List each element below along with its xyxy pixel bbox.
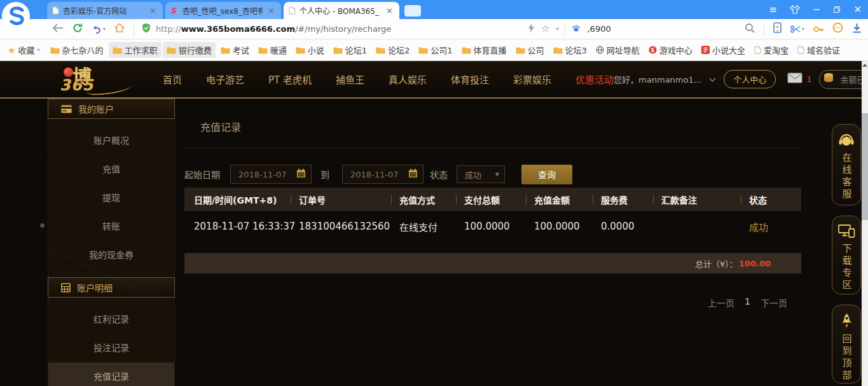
table-row: 2018-11-07 16:33:37183100466132560在线支付10…: [184, 211, 801, 242]
sidebar-item[interactable]: 投注记录: [48, 334, 174, 362]
scroll-up-icon[interactable]: [862, 64, 867, 67]
nav-item[interactable]: 电子游艺: [206, 72, 244, 86]
calendar-icon[interactable]: [296, 169, 306, 181]
back-to-top-button[interactable]: 回到顶部: [832, 305, 861, 383]
current-page-number[interactable]: 1: [745, 296, 750, 309]
online-service-button[interactable]: 在线客服: [832, 124, 861, 205]
security-shield-icon[interactable]: [142, 23, 151, 36]
screenshot-scissors-icon[interactable]: ▾: [790, 25, 804, 34]
search-icon[interactable]: [745, 23, 755, 36]
site-logo[interactable]: 博 365: [48, 62, 144, 97]
filter-row: 起始日期 2018-11-07 到 2018-11-07 状态 成功 ▼ 查询: [184, 164, 801, 184]
nav-item[interactable]: 真人娱乐: [389, 72, 427, 86]
home-icon[interactable]: [114, 23, 125, 35]
bookmark-item[interactable]: 网址导航: [592, 42, 644, 58]
tab-close-icon[interactable]: ×: [385, 6, 394, 15]
floater-label: 回到顶部: [840, 334, 853, 382]
bookmark-item[interactable]: 域名验证: [794, 42, 844, 58]
bookmark-item[interactable]: 杂七杂八的: [46, 42, 107, 58]
sidebar-section-title: 账户明细: [77, 281, 113, 294]
profile-center-button[interactable]: 个人中心: [724, 70, 776, 88]
prev-page-link[interactable]: 上一页: [708, 296, 734, 309]
status-select[interactable]: 成功 ▼: [457, 165, 505, 183]
sidebar-item[interactable]: 转账: [48, 212, 174, 241]
bookmark-item[interactable]: 论坛1: [329, 42, 371, 58]
bookmark-label: 考试: [233, 44, 249, 56]
nav-item[interactable]: 彩票娱乐: [513, 72, 551, 86]
new-tab-button[interactable]: [404, 5, 421, 17]
favorite-dropdown-icon[interactable]: ▾: [556, 26, 558, 32]
nav-item[interactable]: PT 老虎机: [268, 72, 312, 86]
mail-indicator[interactable]: 1: [787, 72, 811, 86]
nav-item[interactable]: 体育投注: [451, 72, 489, 86]
browser-tab[interactable]: 个人中心 - BOMA365_×: [284, 2, 399, 19]
bookmark-item[interactable]: 银行缴费: [163, 42, 216, 58]
bookmark-label: 银行缴费: [179, 44, 212, 56]
browser-tab[interactable]: 杏彩娱乐-官方网站×: [47, 2, 163, 19]
bookmark-item[interactable]: 论坛2: [372, 42, 413, 58]
bookmark-item[interactable]: S游戏中心: [645, 42, 696, 58]
sidebar-item[interactable]: 充值记录: [48, 362, 174, 386]
bookmark-label: 小说大全: [712, 44, 745, 56]
next-page-link[interactable]: 下一页: [761, 296, 787, 309]
sidebar-item[interactable]: 账户概况: [48, 127, 174, 155]
bookmark-item[interactable]: 公司: [512, 42, 548, 58]
sidebar-item[interactable]: 我的现金券: [48, 241, 174, 270]
page-badge: ,6900: [587, 24, 610, 34]
sidebar-item[interactable]: 红利记录: [48, 305, 174, 334]
bookmark-item[interactable]: 考试: [217, 42, 253, 58]
folder-icon: [113, 46, 122, 54]
download-zone-button[interactable]: 下载专区: [832, 216, 861, 294]
column-header: 日期/时间(GMT+8): [194, 193, 299, 206]
bookmark-item[interactable]: 暖通: [254, 42, 291, 58]
back-icon[interactable]: [52, 23, 64, 35]
sidebar-item[interactable]: 充值: [48, 155, 174, 184]
lightning-icon[interactable]: [528, 23, 535, 36]
restore-icon[interactable]: [833, 6, 841, 13]
bookmark-item[interactable]: 论坛3: [549, 42, 591, 58]
select-caret-icon: ▼: [495, 172, 499, 177]
sidebar-item[interactable]: 提现: [48, 184, 174, 212]
start-date-input[interactable]: 2018-11-07: [230, 165, 312, 184]
favorite-star-icon[interactable]: ☆: [541, 24, 549, 34]
translate-paw-icon[interactable]: [572, 23, 581, 35]
end-date-input[interactable]: 2018-11-07: [342, 165, 424, 184]
tab-close-icon[interactable]: ×: [148, 6, 158, 15]
pagination: 上一页 1 下一页: [184, 296, 801, 309]
assistant-ring-icon[interactable]: [832, 22, 843, 36]
query-button[interactable]: 查询: [521, 165, 572, 184]
scrollbar[interactable]: [862, 61, 868, 386]
browser-logo-icon[interactable]: [1, 1, 31, 31]
url-field[interactable]: http://www.365boma6666.com/#/my/history/…: [134, 22, 528, 37]
menu-icon[interactable]: ≡: [769, 5, 777, 15]
headset-icon: [837, 132, 855, 148]
bookmark-label: 爱淘宝: [764, 44, 789, 56]
download-icon[interactable]: [852, 23, 862, 36]
bookmark-item[interactable]: 体育直播: [458, 42, 511, 58]
undo-icon[interactable]: ▾: [92, 25, 106, 34]
greeting-text[interactable]: 您好，manmanmo1...: [614, 73, 701, 85]
greeting-chevron-icon[interactable]: [710, 75, 716, 81]
minimize-icon[interactable]: −: [813, 5, 821, 15]
bookmark-item[interactable]: 小说大全: [698, 42, 749, 58]
password-key-icon[interactable]: [813, 23, 823, 35]
nav-item[interactable]: 捕鱼王: [336, 72, 364, 86]
bookmark-item[interactable]: 小说: [292, 42, 328, 58]
tab-close-icon[interactable]: ×: [266, 6, 276, 15]
calendar-icon[interactable]: [408, 169, 418, 181]
scrollbar-thumb[interactable]: [862, 113, 868, 220]
phone-sync-icon[interactable]: [773, 22, 782, 36]
skin-icon[interactable]: [790, 5, 800, 14]
bookmark-item[interactable]: 公司1: [415, 42, 456, 58]
favorites-menu[interactable]: ★ 收藏 ▾: [8, 44, 40, 56]
refresh-icon[interactable]: [72, 23, 83, 36]
bookmark-label: 暖通: [270, 44, 287, 56]
close-icon[interactable]: ✕: [853, 5, 862, 15]
nav-item[interactable]: 优惠活动: [575, 72, 614, 86]
nav-item[interactable]: 首页: [163, 72, 182, 86]
folder-icon: [50, 46, 60, 54]
game-icon: S: [649, 46, 657, 54]
bookmark-item[interactable]: 爱淘宝: [750, 42, 792, 58]
bookmark-item[interactable]: 工作求职: [109, 42, 162, 58]
browser-tab[interactable]: S!杏吧_性吧_sex8_杏吧有×: [165, 2, 281, 19]
